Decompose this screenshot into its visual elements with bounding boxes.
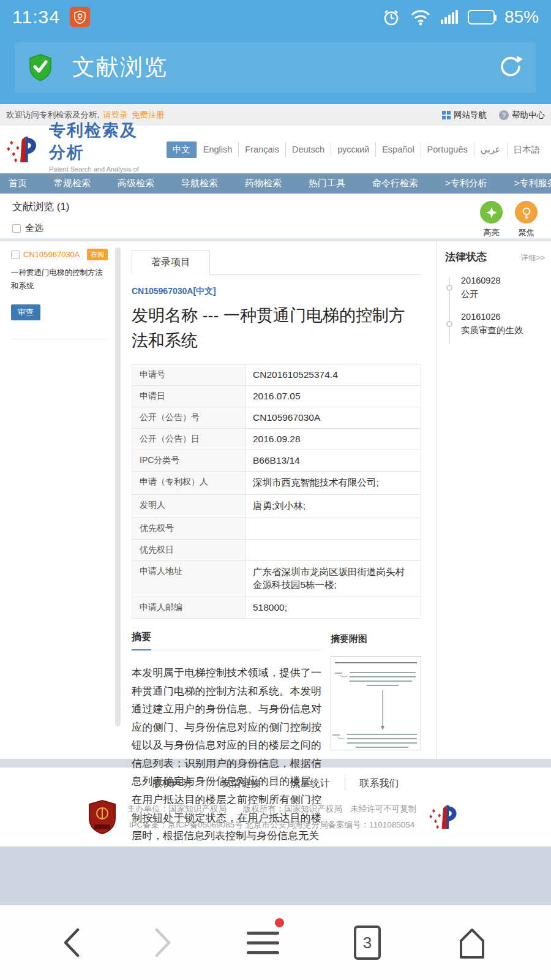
view-title: 文献浏览 (1) [12,200,551,214]
clock-time: 11:34 [12,7,60,28]
lang-zh[interactable]: 中文 [167,141,197,158]
address-bar[interactable]: 文献浏览 [15,42,536,92]
page-end-band [0,846,551,905]
doc-title[interactable]: 一种贯通门电梯的控制方法和系统 [11,266,108,293]
legal-detail-link[interactable]: 详细>> [520,253,545,263]
home-icon [455,926,489,959]
legal-status-panel: 法律状态 详细>> 20160928 公开 20161026 实质审查的生效 [436,241,551,759]
highlight-icon [480,201,503,224]
timeline-node [446,285,452,291]
lang-de[interactable]: Deutsch [286,142,331,157]
language-bar: 中文 English Français Deutsch русский Espa… [167,141,546,158]
refresh-icon[interactable] [498,54,523,81]
table-row: 申请（专利权）人深圳市西克智能技术有限公司; [132,472,421,495]
timeline-event: 20160928 公开 [446,274,545,301]
table-row: 优先权日 [132,540,421,561]
menu-button[interactable] [247,932,279,954]
nav-navigation-search[interactable]: 导航检索 [181,178,231,189]
select-all-checkbox[interactable] [12,224,21,233]
table-row: 申请日2016.07.05 [132,386,421,407]
browser-header: 文献浏览 [0,34,551,104]
focus-icon [515,201,538,224]
lang-pt[interactable]: Português [421,142,474,157]
document-list-item[interactable]: CN105967030A 在阅 [11,249,108,260]
footer-link-contact[interactable]: 联系我们 [345,777,414,790]
abstract-figure[interactable] [331,656,421,750]
table-row: IPC分类号B66B13/14 [132,450,421,472]
footer-link-friends[interactable]: 友情链接 [207,777,276,790]
page-title: 文献浏览 [72,52,168,83]
timeline-node [446,321,452,327]
shield-glyph-icon [74,10,86,24]
nav-basic-search[interactable]: 常规检索 [54,178,104,189]
lang-ar[interactable]: عربي [474,142,508,157]
nav-drug-search[interactable]: 药物检索 [245,178,295,189]
nav-command-search[interactable]: 命令行检索 [372,178,432,189]
battery-icon [468,10,495,24]
lang-ja[interactable]: 日本語 [508,141,547,158]
table-row: 发明人唐勇;刘小林; [132,495,421,518]
event-date: 20161026 [461,310,545,323]
legal-timeline: 20160928 公开 20161026 实质审查的生效 [445,274,545,337]
tab-bibliographic[interactable]: 著录项目 [132,250,210,275]
event-date: 20160928 [461,274,545,287]
invention-title: 发明名称 --- 一种贯通门电梯的控制方法和系统 [132,303,421,353]
footer-link-copyright[interactable]: 版权声明 [138,777,207,790]
doc-ref[interactable]: CN105967030A[中文] [132,286,421,297]
lang-es[interactable]: Español [376,142,421,157]
bibliographic-table: 申请号CN201610525374.4 申请日2016.07.05 公开（公告）… [132,364,421,619]
table-row: 申请号CN201610525374.4 [132,364,421,386]
doc-checkbox[interactable] [11,251,20,259]
alarm-icon [382,8,400,26]
sidebar-scrollbar[interactable] [115,247,121,726]
detail-panel: 著录项目 CN105967030A[中文] 发明名称 --- 一种贯通门电梯的控… [132,241,436,759]
footer-icp-line: IPC备案：京ICP备05069085号 北京市公安局海淀分局备案编号：1101… [127,817,417,833]
help-center-link[interactable]: ? 帮助中心 [499,110,545,121]
grid-icon [442,111,451,119]
forward-icon [154,927,173,958]
sipo-logo-footer-icon [427,802,463,832]
help-icon: ? [499,110,509,120]
content: CN105967030A 在阅 一种贯通门电梯的控制方法和系统 审查 著录项目 … [0,241,551,759]
detail-tabs: 著录项目 [132,250,421,275]
event-status: 实质审查的生效 [461,323,545,337]
table-row: 公开（公告）号CN105967030A [132,407,421,429]
notification-dot [275,918,284,927]
legal-status-title: 法律状态 [445,250,487,264]
tabs-button[interactable]: 3 [354,925,381,960]
nav-home[interactable]: 首页 [9,178,40,189]
battery-percent: 85% [504,7,539,27]
back-button[interactable] [62,927,80,958]
footer-link-stats[interactable]: 流量统计 [276,777,345,790]
sipo-logo[interactable]: 专利检索及分析 Patent Search and Analysis of SI… [5,119,153,180]
home-button[interactable] [455,926,489,959]
highlight-button[interactable]: 高亮 [480,201,503,238]
gov-badge-icon [88,800,116,834]
focus-button[interactable]: 聚焦 [515,201,538,238]
lang-fr[interactable]: Français [239,142,286,157]
forward-button[interactable] [154,927,173,958]
event-status: 公开 [461,287,545,301]
lang-ru[interactable]: русский [331,142,376,157]
nav-hot-tools[interactable]: 热门工具 [309,178,359,189]
table-row: 申请人邮编518000; [132,597,421,619]
table-row: 优先权号 [132,518,421,540]
nav-advanced-search[interactable]: 高级检索 [118,178,168,189]
table-row: 申请人地址广东省深圳市龙岗区坂田街道岗头村金源科技园5栋一楼; [132,561,421,597]
timeline-event: 20161026 实质审查的生效 [446,310,545,337]
document-list: CN105967030A 在阅 一种贯通门电梯的控制方法和系统 审查 [6,241,111,759]
doc-id[interactable]: CN105967030A [23,250,80,259]
nav-patent-analysis[interactable]: >专利分析 [445,178,501,189]
lang-en[interactable]: English [197,142,239,157]
footer-org-line: 主办单位：国家知识产权局 版权所有：国家知识产权局 未经许可不可复制 [127,801,417,817]
screen: 11:34 [0,0,551,980]
review-badge[interactable]: 审查 [11,304,40,320]
sipo-logo-icon [5,130,43,168]
figure-heading: 摘要附图 [331,633,421,645]
nav-patent-service[interactable]: >专利服务 [514,178,551,189]
site-nav-link[interactable]: 网站导航 [442,110,487,121]
view-toolbar: 文献浏览 (1) 全选 高亮 [0,194,551,241]
reading-badge: 在阅 [87,249,108,260]
shield-check-icon [28,53,53,81]
menu-icon [247,932,279,954]
